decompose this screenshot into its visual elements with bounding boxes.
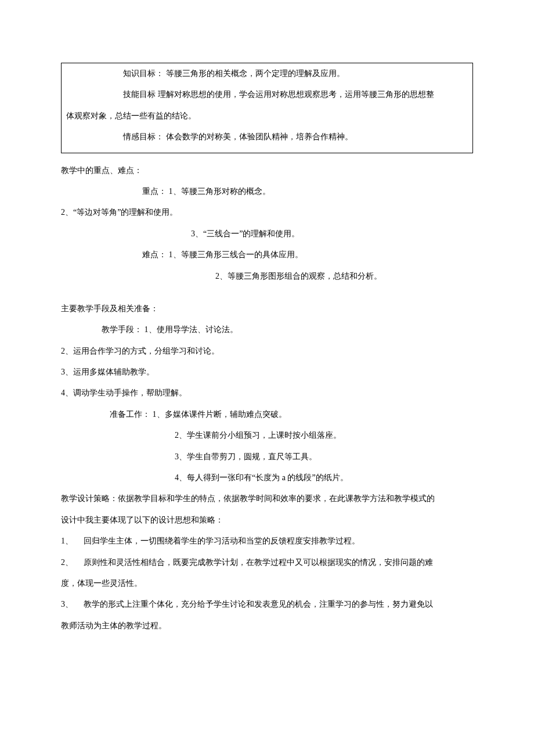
emotion-objective: 情感目标： 体会数学的对称美，体验团队精神，培养合作精神。 xyxy=(66,127,468,147)
means-line-1: 教学手段： 1、使用导学法、讨论法。 xyxy=(61,319,473,340)
emotion-label: 情感目标： xyxy=(123,132,164,141)
diff-line-1: 难点： 1、等腰三角形三线合一的具体应用。 xyxy=(61,244,473,265)
difficulties-heading: 教学中的重点、难点： xyxy=(61,160,473,181)
skill-label: 技能目标 xyxy=(123,90,156,99)
strategy-intro-2: 设计中我主要体现了以下的设计思想和策略： xyxy=(61,510,473,531)
knowledge-label: 知识目标： xyxy=(123,69,164,78)
prep-line-3: 3、学生自带剪刀，圆规，直尺等工具。 xyxy=(61,447,473,467)
skill-objective-line1: 技能目标 理解对称思想的使用，学会运用对称思想观察思考，运用等腰三角形的思想整 xyxy=(66,84,468,105)
page: 知识目标： 等腰三角形的相关概念，两个定理的理解及应用。 技能目标 理解对称思想… xyxy=(0,0,534,756)
prep-1: 1、多媒体课件片断，辅助难点突破。 xyxy=(150,410,287,419)
difficulties-section: 教学中的重点、难点： 重点： 1、等腰三角形对称的概念。 2、“等边对等角”的理… xyxy=(61,160,473,287)
means-line-4: 4、调动学生动手操作，帮助理解。 xyxy=(61,383,473,404)
prep-line-1: 准备工作： 1、多媒体课件片断，辅助难点突破。 xyxy=(61,404,473,425)
strategy-2a: 2、 原则性和灵活性相结合，既要完成教学计划，在教学过程中又可以根据现实的情况，… xyxy=(61,552,473,573)
focus-line-1: 重点： 1、等腰三角形对称的概念。 xyxy=(61,181,473,202)
strategy-intro-1: 教学设计策略：依据教学目标和学生的特点，依据教学时间和效率的要求，在此课教学方法… xyxy=(61,488,473,509)
knowledge-text: 等腰三角形的相关概念，两个定理的理解及应用。 xyxy=(164,69,345,78)
focus-line-2: 2、“等边对等角”的理解和使用。 xyxy=(61,202,473,223)
strategy-1: 1、 回归学生主体，一切围绕着学生的学习活动和当堂的反馈程度安排教学过程。 xyxy=(61,531,473,552)
objectives-box: 知识目标： 等腰三角形的相关概念，两个定理的理解及应用。 技能目标 理解对称思想… xyxy=(61,63,473,153)
skill-text-1: 理解对称思想的使用，学会运用对称思想观察思考，运用等腰三角形的思想整 xyxy=(156,90,434,99)
emotion-text: 体会数学的对称美，体验团队精神，培养合作精神。 xyxy=(164,132,353,141)
strategy-2b: 度，体现一些灵活性。 xyxy=(61,573,473,594)
methods-section: 主要教学手段及相关准备： 教学手段： 1、使用导学法、讨论法。 2、运用合作学习… xyxy=(61,298,473,489)
strategy-3b: 教师活动为主体的教学过程。 xyxy=(61,615,473,636)
diff-label: 难点： xyxy=(142,250,167,259)
skill-objective-line2: 体观察对象，总结一些有益的结论。 xyxy=(66,106,468,127)
strategy-section: 教学设计策略：依据教学目标和学生的特点，依据教学时间和效率的要求，在此课教学方法… xyxy=(61,488,473,636)
focus-line-3: 3、“三线合一”的理解和使用。 xyxy=(61,224,473,244)
means-label: 教学手段： xyxy=(102,325,142,334)
means-line-3: 3、运用多媒体辅助教学。 xyxy=(61,362,473,383)
knowledge-objective: 知识目标： 等腰三角形的相关概念，两个定理的理解及应用。 xyxy=(66,63,468,84)
diff-line-2: 2、等腰三角形图形组合的观察，总结和分析。 xyxy=(61,266,473,287)
focus-1: 1、等腰三角形对称的概念。 xyxy=(167,187,270,196)
means-line-2: 2、运用合作学习的方式，分组学习和讨论。 xyxy=(61,341,473,362)
prep-line-2: 2、学生课前分小组预习，上课时按小组落座。 xyxy=(61,425,473,446)
methods-heading: 主要教学手段及相关准备： xyxy=(61,298,473,319)
prep-label: 准备工作： xyxy=(110,410,150,419)
means-1: 1、使用导学法、讨论法。 xyxy=(142,325,238,334)
prep-line-4: 4、每人得到一张印有“长度为 a 的线段”的纸片。 xyxy=(61,467,473,488)
strategy-3a: 3、 教学的形式上注重个体化，充分给予学生讨论和发表意见的机会，注重学习的参与性… xyxy=(61,594,473,615)
focus-label: 重点： xyxy=(142,187,167,196)
diff-1: 1、等腰三角形三线合一的具体应用。 xyxy=(167,250,303,259)
